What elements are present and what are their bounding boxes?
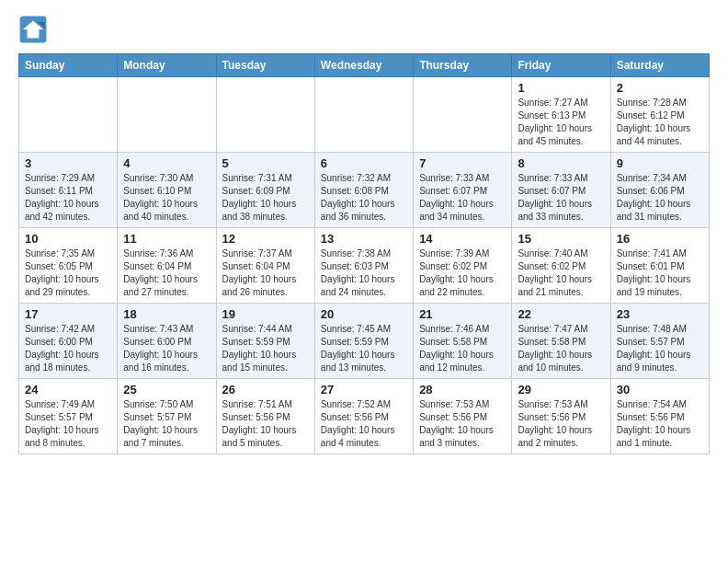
- day-info: Sunrise: 7:41 AM Sunset: 6:01 PM Dayligh…: [617, 247, 703, 299]
- day-number: 7: [419, 156, 506, 170]
- day-info: Sunrise: 7:31 AM Sunset: 6:09 PM Dayligh…: [222, 172, 309, 224]
- day-number: 4: [123, 156, 210, 170]
- day-number: 30: [617, 383, 703, 396]
- day-cell: 17Sunrise: 7:42 AM Sunset: 6:00 PM Dayli…: [19, 304, 118, 379]
- page: SundayMondayTuesdayWednesdayThursdayFrid…: [0, 0, 728, 469]
- week-row-1: 1Sunrise: 7:27 AM Sunset: 6:13 PM Daylig…: [19, 77, 710, 153]
- day-info: Sunrise: 7:49 AM Sunset: 5:57 PM Dayligh…: [25, 398, 111, 450]
- day-cell: 2Sunrise: 7:28 AM Sunset: 6:12 PM Daylig…: [610, 77, 709, 153]
- header: [18, 15, 710, 44]
- day-cell: 25Sunrise: 7:50 AM Sunset: 5:57 PM Dayli…: [118, 379, 216, 454]
- header-row: SundayMondayTuesdayWednesdayThursdayFrid…: [19, 54, 710, 77]
- week-row-5: 24Sunrise: 7:49 AM Sunset: 5:57 PM Dayli…: [19, 379, 710, 454]
- day-cell: 30Sunrise: 7:54 AM Sunset: 5:56 PM Dayli…: [610, 379, 709, 454]
- week-row-2: 3Sunrise: 7:29 AM Sunset: 6:11 PM Daylig…: [19, 153, 710, 228]
- day-cell: 3Sunrise: 7:29 AM Sunset: 6:11 PM Daylig…: [19, 153, 118, 228]
- day-cell: [19, 77, 118, 153]
- day-info: Sunrise: 7:37 AM Sunset: 6:04 PM Dayligh…: [222, 247, 309, 299]
- day-number: 12: [222, 232, 309, 246]
- day-info: Sunrise: 7:33 AM Sunset: 6:07 PM Dayligh…: [419, 172, 506, 224]
- week-row-3: 10Sunrise: 7:35 AM Sunset: 6:05 PM Dayli…: [19, 228, 710, 304]
- day-info: Sunrise: 7:27 AM Sunset: 6:13 PM Dayligh…: [518, 97, 604, 148]
- day-number: 23: [617, 307, 703, 321]
- day-cell: 10Sunrise: 7:35 AM Sunset: 6:05 PM Dayli…: [19, 228, 118, 304]
- day-cell: 19Sunrise: 7:44 AM Sunset: 5:59 PM Dayli…: [216, 304, 314, 379]
- day-number: 28: [419, 383, 506, 396]
- day-number: 2: [617, 81, 703, 95]
- day-cell: 14Sunrise: 7:39 AM Sunset: 6:02 PM Dayli…: [414, 228, 512, 304]
- day-cell: 18Sunrise: 7:43 AM Sunset: 6:00 PM Dayli…: [118, 304, 216, 379]
- day-info: Sunrise: 7:47 AM Sunset: 5:58 PM Dayligh…: [518, 323, 604, 374]
- day-cell: 5Sunrise: 7:31 AM Sunset: 6:09 PM Daylig…: [216, 153, 314, 228]
- col-header-thursday: Thursday: [414, 54, 512, 77]
- day-number: 10: [25, 232, 111, 246]
- day-cell: [314, 77, 413, 153]
- day-number: 3: [25, 156, 111, 170]
- day-info: Sunrise: 7:43 AM Sunset: 6:00 PM Dayligh…: [123, 323, 210, 374]
- day-info: Sunrise: 7:36 AM Sunset: 6:04 PM Dayligh…: [123, 247, 210, 299]
- day-cell: 23Sunrise: 7:48 AM Sunset: 5:57 PM Dayli…: [610, 304, 709, 379]
- day-info: Sunrise: 7:48 AM Sunset: 5:57 PM Dayligh…: [617, 323, 703, 374]
- day-number: 18: [123, 307, 210, 321]
- day-info: Sunrise: 7:44 AM Sunset: 5:59 PM Dayligh…: [222, 323, 309, 374]
- day-number: 16: [617, 232, 703, 246]
- day-number: 8: [518, 156, 604, 170]
- day-info: Sunrise: 7:50 AM Sunset: 5:57 PM Dayligh…: [123, 398, 210, 450]
- day-info: Sunrise: 7:32 AM Sunset: 6:08 PM Dayligh…: [321, 172, 407, 224]
- day-cell: 9Sunrise: 7:34 AM Sunset: 6:06 PM Daylig…: [610, 153, 709, 228]
- day-cell: 4Sunrise: 7:30 AM Sunset: 6:10 PM Daylig…: [118, 153, 216, 228]
- day-info: Sunrise: 7:53 AM Sunset: 5:56 PM Dayligh…: [518, 398, 604, 450]
- col-header-friday: Friday: [512, 54, 610, 77]
- day-info: Sunrise: 7:38 AM Sunset: 6:03 PM Dayligh…: [321, 247, 407, 299]
- day-cell: [414, 77, 512, 153]
- day-cell: 16Sunrise: 7:41 AM Sunset: 6:01 PM Dayli…: [610, 228, 709, 304]
- day-info: Sunrise: 7:28 AM Sunset: 6:12 PM Dayligh…: [617, 97, 703, 148]
- day-number: 9: [617, 156, 703, 170]
- col-header-monday: Monday: [118, 54, 216, 77]
- day-number: 22: [518, 307, 604, 321]
- day-info: Sunrise: 7:34 AM Sunset: 6:06 PM Dayligh…: [617, 172, 703, 224]
- day-number: 26: [222, 383, 309, 396]
- day-cell: 26Sunrise: 7:51 AM Sunset: 5:56 PM Dayli…: [216, 379, 314, 454]
- day-number: 20: [321, 307, 407, 321]
- day-info: Sunrise: 7:46 AM Sunset: 5:58 PM Dayligh…: [419, 323, 506, 374]
- day-number: 24: [25, 383, 111, 396]
- day-number: 13: [321, 232, 407, 246]
- col-header-wednesday: Wednesday: [314, 54, 413, 77]
- day-number: 5: [222, 156, 309, 170]
- day-cell: 13Sunrise: 7:38 AM Sunset: 6:03 PM Dayli…: [314, 228, 413, 304]
- day-info: Sunrise: 7:52 AM Sunset: 5:56 PM Dayligh…: [321, 398, 407, 450]
- day-info: Sunrise: 7:33 AM Sunset: 6:07 PM Dayligh…: [518, 172, 604, 224]
- day-info: Sunrise: 7:35 AM Sunset: 6:05 PM Dayligh…: [25, 247, 111, 299]
- day-number: 15: [518, 232, 604, 246]
- day-cell: 1Sunrise: 7:27 AM Sunset: 6:13 PM Daylig…: [512, 77, 610, 153]
- day-cell: 21Sunrise: 7:46 AM Sunset: 5:58 PM Dayli…: [414, 304, 512, 379]
- day-number: 29: [518, 383, 604, 396]
- day-number: 11: [123, 232, 210, 246]
- day-number: 27: [321, 383, 407, 396]
- day-number: 6: [321, 156, 407, 170]
- day-info: Sunrise: 7:53 AM Sunset: 5:56 PM Dayligh…: [419, 398, 506, 450]
- day-number: 19: [222, 307, 309, 321]
- day-cell: 11Sunrise: 7:36 AM Sunset: 6:04 PM Dayli…: [118, 228, 216, 304]
- day-number: 17: [25, 307, 111, 321]
- day-cell: 20Sunrise: 7:45 AM Sunset: 5:59 PM Dayli…: [314, 304, 413, 379]
- day-cell: 12Sunrise: 7:37 AM Sunset: 6:04 PM Dayli…: [216, 228, 314, 304]
- calendar-table: SundayMondayTuesdayWednesdayThursdayFrid…: [18, 53, 710, 454]
- day-cell: 15Sunrise: 7:40 AM Sunset: 6:02 PM Dayli…: [512, 228, 610, 304]
- day-info: Sunrise: 7:42 AM Sunset: 6:00 PM Dayligh…: [25, 323, 111, 374]
- day-info: Sunrise: 7:30 AM Sunset: 6:10 PM Dayligh…: [123, 172, 210, 224]
- day-number: 25: [123, 383, 210, 396]
- day-cell: 6Sunrise: 7:32 AM Sunset: 6:08 PM Daylig…: [314, 153, 413, 228]
- col-header-tuesday: Tuesday: [216, 54, 314, 77]
- day-info: Sunrise: 7:29 AM Sunset: 6:11 PM Dayligh…: [25, 172, 111, 224]
- day-info: Sunrise: 7:39 AM Sunset: 6:02 PM Dayligh…: [419, 247, 506, 299]
- week-row-4: 17Sunrise: 7:42 AM Sunset: 6:00 PM Dayli…: [19, 304, 710, 379]
- day-cell: 29Sunrise: 7:53 AM Sunset: 5:56 PM Dayli…: [512, 379, 610, 454]
- day-info: Sunrise: 7:45 AM Sunset: 5:59 PM Dayligh…: [321, 323, 407, 374]
- day-info: Sunrise: 7:54 AM Sunset: 5:56 PM Dayligh…: [617, 398, 703, 450]
- day-cell: 24Sunrise: 7:49 AM Sunset: 5:57 PM Dayli…: [19, 379, 118, 454]
- logo: [18, 15, 51, 44]
- day-number: 21: [419, 307, 506, 321]
- day-number: 1: [518, 81, 604, 95]
